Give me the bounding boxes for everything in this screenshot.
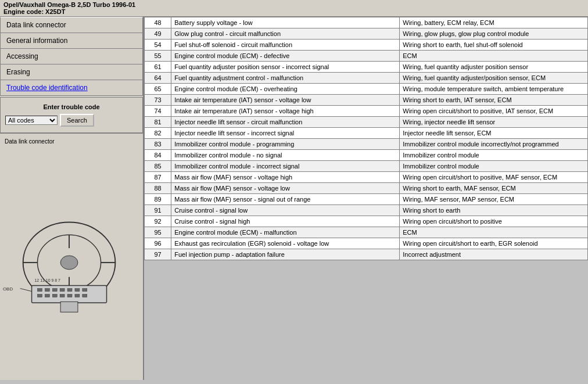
sidebar: Data link connector General information … xyxy=(0,17,144,380)
table-container[interactable]: 48Battery supply voltage - lowWiring, ba… xyxy=(144,17,588,380)
table-row: 81Injector needle lift sensor - circuit … xyxy=(145,117,588,128)
nav-item-data-link[interactable]: Data link connector xyxy=(0,17,143,33)
code-cell: 49 xyxy=(145,28,171,40)
header-line2: Engine code: X25DT xyxy=(3,8,585,15)
table-row: 73Intake air temperature (IAT) sensor - … xyxy=(145,95,588,106)
cause-cell: Wiring, module temperature switch, ambie… xyxy=(400,84,588,95)
code-cell: 73 xyxy=(145,95,171,106)
table-row: 92Cruise control - signal highWiring ope… xyxy=(145,216,588,227)
description-cell: Mass air flow (MAF) sensor - voltage hig… xyxy=(171,172,400,183)
code-cell: 61 xyxy=(145,62,171,73)
nav-item-general[interactable]: General information xyxy=(0,33,143,48)
code-cell: 97 xyxy=(145,249,171,260)
connector-diagram: OBD 12 11 10 9 8 7 xyxy=(0,134,143,380)
svg-rect-19 xyxy=(67,294,72,297)
description-cell: Cruise control - signal low xyxy=(171,205,400,216)
diagram-area: Data link connector xyxy=(0,133,143,380)
code-cell: 82 xyxy=(145,128,171,139)
svg-rect-16 xyxy=(45,294,49,297)
description-cell: Intake air temperature (IAT) sensor - vo… xyxy=(171,95,400,106)
cause-cell: Wiring, glow plugs, glow plug control mo… xyxy=(400,28,588,40)
code-cell: 81 xyxy=(145,117,171,128)
cause-cell: Wiring, MAF sensor, MAP sensor, ECM xyxy=(400,194,588,205)
description-cell: Immobilizer control module - no signal xyxy=(171,150,400,161)
svg-rect-13 xyxy=(75,289,80,292)
nav-item-accessing[interactable]: Accessing xyxy=(0,48,143,64)
description-cell: Exhaust gas recirculation (EGR) solenoid… xyxy=(171,238,400,249)
description-cell: Mass air flow (MAF) sensor - signal out … xyxy=(171,194,400,205)
search-label: Enter trouble code xyxy=(5,103,138,110)
table-row: 74Intake air temperature (IAT) sensor - … xyxy=(145,106,588,117)
description-cell: Fuel shut-off solenoid - circuit malfunc… xyxy=(171,40,400,51)
table-row: 89Mass air flow (MAF) sensor - signal ou… xyxy=(145,194,588,205)
table-row: 49Glow plug control - circuit malfunctio… xyxy=(145,28,588,40)
description-cell: Immobilizer control module - incorrect s… xyxy=(171,161,400,172)
description-cell: Fuel quantity adjustment control - malfu… xyxy=(171,73,400,84)
svg-rect-10 xyxy=(52,289,57,292)
cause-cell: ECM xyxy=(400,227,588,238)
description-cell: Engine control module (ECM) - malfunctio… xyxy=(171,227,400,238)
search-button[interactable]: Search xyxy=(60,114,94,127)
diagram-label: Data link connector xyxy=(5,138,55,145)
table-row: 64Fuel quantity adjustment control - mal… xyxy=(145,73,588,84)
cause-cell: Wiring, battery, ECM relay, ECM xyxy=(400,17,588,28)
description-cell: Fuel injection pump - adaptation failure xyxy=(171,249,400,260)
table-row: 61Fuel quantity adjuster position sensor… xyxy=(145,62,588,73)
code-cell: 85 xyxy=(145,161,171,172)
table-row: 48Battery supply voltage - lowWiring, ba… xyxy=(145,17,588,28)
description-cell: Fuel quantity adjuster position sensor -… xyxy=(171,62,400,73)
table-row: 91Cruise control - signal lowWiring shor… xyxy=(145,205,588,216)
code-cell: 96 xyxy=(145,238,171,249)
code-cell: 64 xyxy=(145,73,171,84)
svg-line-23 xyxy=(20,289,32,292)
code-cell: 95 xyxy=(145,227,171,238)
cause-cell: Injector needle lift sensor, ECM xyxy=(400,128,588,139)
cause-cell: Wiring open circuit/short to earth, EGR … xyxy=(400,238,588,249)
table-row: 65Engine control module (ECM) - overheat… xyxy=(145,84,588,95)
description-cell: Battery supply voltage - low xyxy=(171,17,400,28)
description-cell: Immobilizer control module - programming xyxy=(171,139,400,150)
table-row: 84Immobilizer control module - no signal… xyxy=(145,150,588,161)
description-cell: Injector needle lift sensor - circuit ma… xyxy=(171,117,400,128)
svg-rect-15 xyxy=(37,294,42,297)
data-table: 48Battery supply voltage - lowWiring, ba… xyxy=(144,17,588,260)
table-row: 85Immobilizer control module - incorrect… xyxy=(145,161,588,172)
cause-cell: Immobilizer control module xyxy=(400,161,588,172)
nav-item-erasing[interactable]: Erasing xyxy=(0,64,143,80)
description-cell: Glow plug control - circuit malfunction xyxy=(171,28,400,40)
svg-rect-9 xyxy=(45,289,49,292)
cause-cell: ECM xyxy=(400,51,588,62)
svg-rect-22 xyxy=(60,302,78,312)
description-cell: Cruise control - signal high xyxy=(171,216,400,227)
cause-cell: Wiring short to earth xyxy=(400,205,588,216)
code-cell: 48 xyxy=(145,17,171,28)
header-line1: Opel/Vauxhall Omega-B 2,5D Turbo 1996-01 xyxy=(3,1,585,8)
table-row: 55Engine control module (ECM) - defectiv… xyxy=(145,51,588,62)
table-row: 97Fuel injection pump - adaptation failu… xyxy=(145,249,588,260)
svg-rect-11 xyxy=(60,289,64,292)
code-cell: 92 xyxy=(145,216,171,227)
code-cell: 87 xyxy=(145,172,171,183)
description-cell: Injector needle lift sensor - incorrect … xyxy=(171,128,400,139)
svg-rect-21 xyxy=(83,294,87,297)
cause-cell: Wiring short to earth, IAT sensor, ECM xyxy=(400,95,588,106)
table-row: 87Mass air flow (MAF) sensor - voltage h… xyxy=(145,172,588,183)
svg-rect-17 xyxy=(52,294,57,297)
svg-rect-8 xyxy=(37,289,42,292)
cause-cell: Wiring, fuel quantity adjuster/position … xyxy=(400,73,588,84)
code-select[interactable]: All codes xyxy=(5,116,58,125)
header: Opel/Vauxhall Omega-B 2,5D Turbo 1996-01… xyxy=(0,0,588,17)
code-cell: 54 xyxy=(145,40,171,51)
code-cell: 65 xyxy=(145,84,171,95)
table-row: 54Fuel shut-off solenoid - circuit malfu… xyxy=(145,40,588,51)
cause-cell: Wiring short to earth, fuel shut-off sol… xyxy=(400,40,588,51)
code-cell: 83 xyxy=(145,139,171,150)
svg-point-6 xyxy=(60,256,78,270)
table-row: 83Immobilizer control module - programmi… xyxy=(145,139,588,150)
cause-cell: Wiring open circuit/short to positive xyxy=(400,216,588,227)
description-cell: Engine control module (ECM) - overheatin… xyxy=(171,84,400,95)
nav-link-trouble-code[interactable]: Trouble code identification xyxy=(0,80,143,96)
svg-rect-18 xyxy=(60,294,64,297)
svg-rect-12 xyxy=(67,289,72,292)
cause-cell: Wiring, injector needle lift sensor xyxy=(400,117,588,128)
